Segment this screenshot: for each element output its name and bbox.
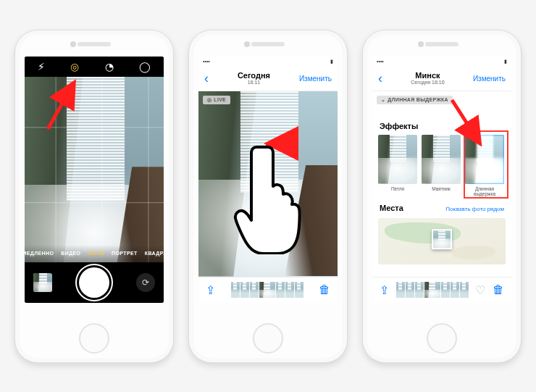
live-badge-icon: ◎	[207, 97, 212, 103]
photos-detail-screen: •••• ▮ ‹ Минск Сегодня 18:10 Изменить ⌄ …	[372, 57, 511, 303]
nav-bar: ‹ Минск Сегодня 18:10 Изменить	[372, 67, 511, 91]
nav-title-text: Сегодня	[238, 71, 270, 80]
device-camera-dot	[70, 41, 76, 47]
scrubber-thumb[interactable]	[240, 282, 249, 298]
live-photo-icon[interactable]: ◎	[70, 61, 79, 72]
iphone-device-2: •••• ▮ ‹ Сегодня 18:11 Изменить ◎ LIVE	[188, 30, 348, 363]
scrubber-thumb[interactable]	[250, 282, 259, 298]
mode-photo[interactable]: ФОТО	[88, 251, 104, 256]
effects-row[interactable]: Петля Маятник Длинная выдержка	[372, 135, 511, 201]
scrubber-thumb[interactable]	[406, 282, 414, 298]
map-pin-thumbnail[interactable]	[432, 229, 452, 249]
home-button[interactable]	[79, 323, 109, 354]
places-section-title: Места	[380, 204, 403, 212]
scrubber-thumb[interactable]	[451, 282, 459, 298]
iphone-device-3: •••• ▮ ‹ Минск Сегодня 18:10 Изменить ⌄ …	[362, 30, 522, 363]
effect-label: Петля	[391, 186, 404, 191]
effect-label: Маятник	[432, 186, 451, 191]
camera-app-screen: ⚡︎ ◎ ◔ ◯ ЭМЕДЛЕННО ВИДЕО ФОТО ПОРТРЕТ	[25, 57, 164, 303]
mode-square[interactable]: КВАДРАТ	[145, 251, 164, 256]
shutter-button[interactable]	[79, 267, 109, 298]
annotation-arrow-effect	[448, 97, 484, 148]
scrubber-thumb-current[interactable]	[424, 282, 440, 298]
device-speaker	[251, 42, 285, 46]
edit-button[interactable]: Изменить	[299, 75, 332, 83]
status-battery-icon: ▮	[330, 59, 333, 64]
scrubber-thumb[interactable]	[231, 282, 240, 298]
trash-icon[interactable]: 🗑	[493, 283, 504, 296]
nav-bar: ‹ Сегодня 18:11 Изменить	[198, 67, 338, 91]
back-button[interactable]: ‹	[204, 71, 209, 86]
nav-title: Минск Сегодня 18:10	[411, 71, 444, 86]
mode-portrait[interactable]: ПОРТРЕТ	[112, 251, 138, 256]
places-map[interactable]	[378, 218, 506, 264]
effect-badge-label: ДЛИННАЯ ВЫДЕРЖКА	[388, 97, 448, 102]
scrubber-thumb[interactable]	[276, 282, 285, 298]
home-button[interactable]	[253, 323, 283, 354]
mode-slowmo[interactable]: ЭМЕДЛЕННО	[25, 251, 54, 256]
flash-icon[interactable]: ⚡︎	[38, 61, 45, 72]
scrubber-thumb[interactable]	[295, 282, 303, 298]
svg-line-0	[48, 86, 72, 129]
annotation-arrow-live	[45, 81, 81, 132]
scrubber-strip[interactable]	[231, 282, 303, 298]
live-badge-label: LIVE	[214, 97, 226, 102]
timer-icon[interactable]: ◔	[105, 61, 114, 72]
device-camera-dot	[244, 41, 250, 47]
scrubber-thumb[interactable]	[441, 282, 450, 298]
camera-mode-strip[interactable]: ЭМЕДЛЕННО ВИДЕО ФОТО ПОРТРЕТ КВАДРАТ	[25, 245, 164, 262]
back-button[interactable]: ‹	[378, 71, 382, 86]
annotation-arrow-swipe-up	[259, 139, 277, 226]
scrubber-thumb-current[interactable]	[259, 282, 275, 298]
home-button[interactable]	[427, 323, 457, 354]
status-bar: •••• ▮	[372, 57, 511, 67]
photo-viewer[interactable]: ◎ LIVE	[198, 91, 338, 277]
camera-bottom-bar: ⟳	[25, 262, 164, 303]
effect-card-loop[interactable]: Петля	[378, 135, 417, 191]
status-battery-icon: ▮	[504, 59, 507, 64]
scrubber-thumb[interactable]	[396, 282, 405, 298]
show-nearby-link[interactable]: Показать фото рядом	[445, 206, 504, 212]
device-speaker	[78, 42, 111, 46]
scrubber-thumb[interactable]	[415, 282, 424, 298]
favorite-icon[interactable]: ♡	[475, 283, 485, 297]
scrubber-thumb[interactable]	[285, 282, 294, 298]
effect-badge[interactable]: ⌄ ДЛИННАЯ ВЫДЕРЖКА	[377, 96, 453, 104]
status-signal: ••••	[377, 59, 384, 64]
effect-badge-chevron-icon: ⌄	[381, 97, 385, 103]
iphone-device-1: ⚡︎ ◎ ◔ ◯ ЭМЕДЛЕННО ВИДЕО ФОТО ПОРТРЕТ	[14, 30, 174, 363]
svg-line-2	[452, 100, 478, 141]
nav-subtitle: 18:11	[238, 80, 270, 86]
places-section-header: Места Показать фото рядом	[372, 201, 511, 215]
photos-app-screen: •••• ▮ ‹ Сегодня 18:11 Изменить ◎ LIVE	[198, 57, 338, 303]
device-camera-dot	[418, 41, 424, 47]
device-speaker	[425, 42, 458, 46]
scrubber-strip[interactable]	[396, 282, 469, 298]
photo-toolbar: ⇪ ♡ 🗑	[372, 277, 511, 303]
nav-title: Сегодня 18:11	[238, 71, 270, 86]
photo-detail-scroll[interactable]: ⌄ ДЛИННАЯ ВЫДЕРЖКА Эффекты Петля Маятник	[372, 91, 511, 277]
nav-subtitle: Сегодня 18:10	[411, 80, 444, 86]
filters-icon[interactable]: ◯	[139, 61, 151, 72]
scrubber-thumb[interactable]	[460, 282, 469, 298]
edit-button[interactable]: Изменить	[473, 75, 506, 83]
camera-top-bar: ⚡︎ ◎ ◔ ◯	[25, 57, 164, 77]
photo-toolbar: ⇪ 🗑	[198, 277, 338, 303]
status-signal: ••••	[203, 59, 210, 64]
status-bar: •••• ▮	[198, 57, 338, 67]
last-photo-thumbnail[interactable]	[33, 273, 52, 292]
mode-video[interactable]: ВИДЕО	[61, 251, 80, 256]
share-icon[interactable]: ⇪	[206, 283, 215, 297]
live-badge: ◎ LIVE	[203, 96, 230, 104]
flip-camera-button[interactable]: ⟳	[136, 273, 155, 292]
nav-title-text: Минск	[415, 71, 440, 80]
share-icon[interactable]: ⇪	[380, 283, 389, 297]
trash-icon[interactable]: 🗑	[319, 283, 330, 296]
